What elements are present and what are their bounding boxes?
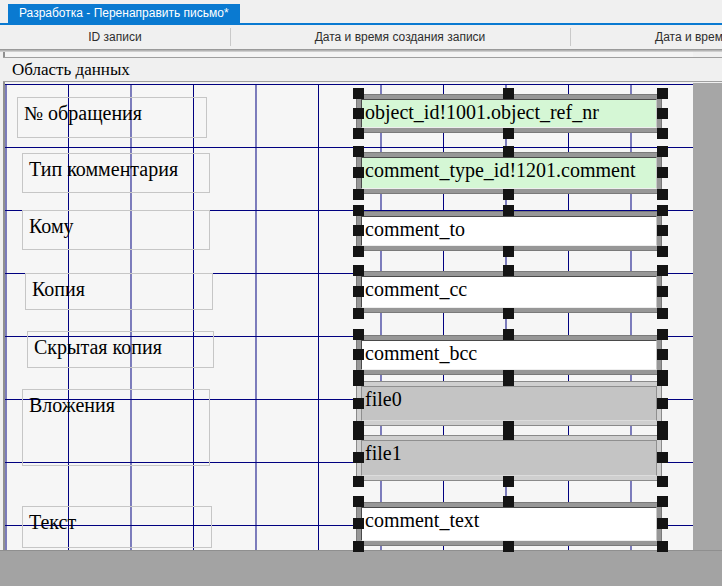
resize-handle-bl[interactable] xyxy=(353,308,364,319)
resize-handle-tr[interactable] xyxy=(657,329,668,340)
resize-handle-bm[interactable] xyxy=(503,128,514,139)
label-to[interactable]: Кому xyxy=(22,210,210,250)
resize-handle-bl[interactable] xyxy=(353,541,364,552)
label-text[interactable]: Текст xyxy=(22,506,212,548)
field-value[interactable]: comment_bcc xyxy=(361,340,657,370)
resize-handle-tl[interactable] xyxy=(353,88,364,99)
resize-handle-tl[interactable] xyxy=(353,205,364,216)
resize-handle-tm[interactable] xyxy=(503,265,514,276)
resize-handle-mr[interactable] xyxy=(657,349,668,360)
resize-handle-ml[interactable] xyxy=(353,452,364,463)
resize-handle-ml[interactable] xyxy=(353,286,364,297)
field-comment-to[interactable]: comment_to xyxy=(357,212,661,250)
resize-handle-bl[interactable] xyxy=(353,246,364,257)
resize-handle-ml[interactable] xyxy=(353,518,364,529)
resize-handle-tl[interactable] xyxy=(353,265,364,276)
resize-handle-tr[interactable] xyxy=(657,205,668,216)
resize-handle-tr[interactable] xyxy=(657,496,668,507)
field-comment-cc[interactable]: comment_cc xyxy=(357,272,661,312)
resize-handle-tl[interactable] xyxy=(353,429,364,440)
resize-handle-tm[interactable] xyxy=(503,146,514,157)
column-header-row: ID записи Дата и время создания записи Д… xyxy=(0,25,722,49)
field-value[interactable]: file0 xyxy=(361,386,657,421)
resize-handle-bm[interactable] xyxy=(503,541,514,552)
field-value[interactable]: comment_cc xyxy=(361,276,657,308)
resize-handle-bm[interactable] xyxy=(503,476,514,487)
resize-handle-bm[interactable] xyxy=(503,308,514,319)
resize-handle-tr[interactable] xyxy=(657,265,668,276)
resize-handle-tm[interactable] xyxy=(503,329,514,340)
resize-handle-bm[interactable] xyxy=(503,246,514,257)
resize-handle-br[interactable] xyxy=(657,308,668,319)
resize-handle-tl[interactable] xyxy=(353,496,364,507)
resize-handle-tl[interactable] xyxy=(353,375,364,386)
field-value[interactable]: comment_text xyxy=(361,507,657,541)
label-cc[interactable]: Копия xyxy=(25,273,213,310)
resize-handle-tr[interactable] xyxy=(657,375,668,386)
resize-handle-ml[interactable] xyxy=(353,167,364,178)
field-comment-type-id[interactable]: comment_type_id!1201.comment xyxy=(357,153,661,193)
resize-handle-br[interactable] xyxy=(657,476,668,487)
resize-handle-br[interactable] xyxy=(657,128,668,139)
data-band-header[interactable]: Область данных xyxy=(3,57,722,82)
resize-handle-mr[interactable] xyxy=(657,398,668,409)
tab-development-forward-letter[interactable]: Разработка - Перенаправить письмо* xyxy=(8,4,240,23)
resize-handle-tr[interactable] xyxy=(657,88,668,99)
resize-handle-tm[interactable] xyxy=(503,496,514,507)
resize-handle-mr[interactable] xyxy=(657,167,668,178)
resize-handle-mr[interactable] xyxy=(657,225,668,236)
resize-handle-tm[interactable] xyxy=(503,205,514,216)
tab-bar: Разработка - Перенаправить письмо* xyxy=(0,0,722,25)
resize-handle-bl[interactable] xyxy=(353,128,364,139)
resize-handle-mr[interactable] xyxy=(657,108,668,119)
field-value[interactable]: comment_to xyxy=(361,216,657,246)
resize-handle-tm[interactable] xyxy=(503,375,514,386)
resize-handle-mr[interactable] xyxy=(657,518,668,529)
resize-handle-bl[interactable] xyxy=(353,476,364,487)
form-designer-window: Разработка - Перенаправить письмо* ID за… xyxy=(0,0,722,586)
field-file1[interactable]: file1 xyxy=(357,436,661,480)
resize-handle-br[interactable] xyxy=(657,246,668,257)
resize-handle-tr[interactable] xyxy=(657,429,668,440)
column-header-record-created-2[interactable]: Дата и врем xyxy=(570,25,722,49)
field-comment-text[interactable]: comment_text xyxy=(357,503,661,545)
resize-handle-mr[interactable] xyxy=(657,452,668,463)
field-value[interactable]: comment_type_id!1201.comment xyxy=(361,157,657,189)
resize-handle-tr[interactable] xyxy=(657,146,668,157)
label-attachments[interactable]: Вложения xyxy=(22,389,210,466)
resize-handle-bl[interactable] xyxy=(353,189,364,200)
resize-handle-ml[interactable] xyxy=(353,108,364,119)
resize-handle-tl[interactable] xyxy=(353,146,364,157)
field-value[interactable]: object_id!1001.object_ref_nr xyxy=(361,99,657,128)
resize-handle-ml[interactable] xyxy=(353,398,364,409)
resize-handle-tl[interactable] xyxy=(353,329,364,340)
right-gutter xyxy=(693,83,722,550)
field-value[interactable]: file1 xyxy=(361,440,657,476)
label-bcc[interactable]: Скрытая копия xyxy=(27,331,214,368)
label-request-number[interactable]: № обращения xyxy=(17,97,207,138)
bottom-gutter xyxy=(0,550,722,586)
resize-handle-br[interactable] xyxy=(657,189,668,200)
field-file0[interactable]: file0 xyxy=(357,382,661,425)
column-header-record-created[interactable]: Дата и время создания записи xyxy=(230,25,570,49)
resize-handle-ml[interactable] xyxy=(353,349,364,360)
resize-handle-mr[interactable] xyxy=(657,286,668,297)
resize-handle-bm[interactable] xyxy=(503,189,514,200)
resize-handle-tm[interactable] xyxy=(503,429,514,440)
label-comment-type[interactable]: Тип комментария xyxy=(22,153,210,193)
field-object-ref-nr[interactable]: object_id!1001.object_ref_nr xyxy=(357,95,661,132)
column-header-record-id[interactable]: ID записи xyxy=(0,25,230,49)
resize-handle-tm[interactable] xyxy=(503,88,514,99)
field-comment-bcc[interactable]: comment_bcc xyxy=(357,336,661,374)
resize-handle-br[interactable] xyxy=(657,541,668,552)
resize-handle-ml[interactable] xyxy=(353,225,364,236)
